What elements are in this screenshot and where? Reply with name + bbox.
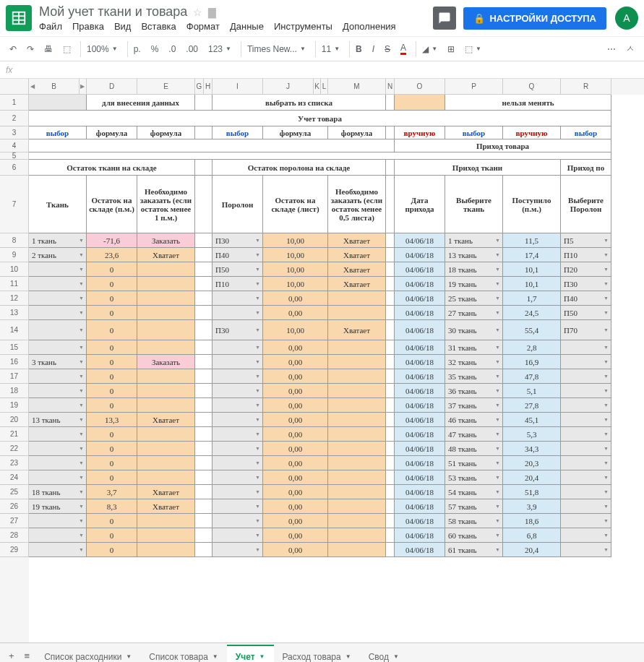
cell-j-7[interactable]: 0,00 <box>263 340 328 355</box>
cell-gap1-20[interactable] <box>195 528 212 543</box>
cell-p-1[interactable]: 13 ткань <box>445 248 503 262</box>
cell-i-2[interactable]: П50 <box>212 262 263 277</box>
cell-m-16[interactable] <box>328 470 386 485</box>
cell-j-9[interactable]: 0,00 <box>263 369 328 384</box>
share-button[interactable]: 🔒НАСТРОЙКИ ДОСТУПА <box>463 7 606 30</box>
italic-button[interactable]: I <box>369 41 378 57</box>
cell-p-7[interactable]: 31 ткань <box>445 340 503 355</box>
cell-gap2-15[interactable] <box>386 456 395 470</box>
col-header-H[interactable]: H <box>204 79 212 95</box>
cell-d-15[interactable]: 0 <box>87 456 137 470</box>
cell-d-4[interactable]: 0 <box>87 291 137 306</box>
cell-i-4[interactable] <box>212 291 263 306</box>
cell-e-7[interactable] <box>137 340 195 355</box>
more-toolbar-button[interactable]: ⋯ <box>604 41 619 57</box>
cell-j-5[interactable]: 0,00 <box>263 306 328 320</box>
col-header-R[interactable]: R <box>561 79 611 95</box>
cell-r4-blank[interactable] <box>29 139 395 152</box>
cell-b-12[interactable]: 13 ткань <box>29 413 87 427</box>
cell-j-2[interactable]: 10,00 <box>263 262 328 277</box>
cell-o-14[interactable]: 04/06/18 <box>395 442 445 456</box>
row-header-16[interactable]: 16 <box>0 355 29 369</box>
cell-i-12[interactable] <box>212 413 263 427</box>
cell-q-11[interactable]: 27,8 <box>503 398 561 413</box>
cell-p-5[interactable]: 27 ткань <box>445 306 503 320</box>
cell-p-6[interactable]: 30 ткань <box>445 320 503 340</box>
format-123-button[interactable]: 123▼ <box>205 41 235 57</box>
cell-p-0[interactable]: 1 ткань <box>445 233 503 248</box>
cell-e-11[interactable] <box>137 398 195 413</box>
row-header-22[interactable]: 22 <box>0 442 29 456</box>
cell-r6-gap1[interactable] <box>195 160 212 176</box>
cell-gap1-17[interactable] <box>195 485 212 499</box>
sheet-tab-1[interactable]: Список товара▼ <box>140 645 226 663</box>
cell-r-10[interactable] <box>561 384 611 398</box>
row-header-12[interactable]: 12 <box>0 291 29 306</box>
cell-r-8[interactable] <box>561 355 611 369</box>
cell-i-21[interactable] <box>212 543 263 557</box>
cell-e-17[interactable]: Хватает <box>137 485 195 499</box>
cell-e-1[interactable]: Хватает <box>137 248 195 262</box>
cell-d-16[interactable]: 0 <box>87 470 137 485</box>
col-header-B[interactable]: B◀ <box>29 79 80 95</box>
cell-e-6[interactable] <box>137 320 195 340</box>
menu-7[interactable]: Дополнения <box>343 21 396 32</box>
row-header-21[interactable]: 21 <box>0 427 29 442</box>
cell-q-21[interactable]: 20,4 <box>503 543 561 557</box>
col-header-L[interactable]: L <box>321 79 328 95</box>
cell-o-5[interactable]: 04/06/18 <box>395 306 445 320</box>
cell-m-4[interactable] <box>328 291 386 306</box>
print-button[interactable]: 🖶 <box>40 41 56 57</box>
cell-legend-orange[interactable] <box>395 95 445 111</box>
cell-gap1-12[interactable] <box>195 413 212 427</box>
cell-p-20[interactable]: 60 ткань <box>445 528 503 543</box>
cell-r-5[interactable]: П50 <box>561 306 611 320</box>
cell-gap2-0[interactable] <box>386 233 395 248</box>
cell-o-8[interactable]: 04/06/18 <box>395 355 445 369</box>
cell-i-15[interactable] <box>212 456 263 470</box>
cell-d-13[interactable]: 0 <box>87 427 137 442</box>
cell-b-11[interactable] <box>29 398 87 413</box>
cell-p-19[interactable]: 58 ткань <box>445 514 503 528</box>
sheet-tab-3[interactable]: Расход товара▼ <box>274 645 360 663</box>
cell-d-1[interactable]: 23,6 <box>87 248 137 262</box>
cell-d-14[interactable]: 0 <box>87 442 137 456</box>
cell-gap1-10[interactable] <box>195 384 212 398</box>
cell-gap1-16[interactable] <box>195 470 212 485</box>
cell-m-5[interactable] <box>328 306 386 320</box>
cell-r-16[interactable] <box>561 470 611 485</box>
cell-q-8[interactable]: 16,9 <box>503 355 561 369</box>
cell-j-18[interactable]: 0,00 <box>263 499 328 514</box>
cell-b-7[interactable] <box>29 340 87 355</box>
cell-gap1-4[interactable] <box>195 291 212 306</box>
cell-d-6[interactable]: 0 <box>87 320 137 340</box>
cell-b-13[interactable] <box>29 427 87 442</box>
cell-r-13[interactable] <box>561 427 611 442</box>
cell-e-13[interactable] <box>137 427 195 442</box>
cell-m-18[interactable] <box>328 499 386 514</box>
cell-gap2-5[interactable] <box>386 306 395 320</box>
row-header-2[interactable]: 2 <box>0 111 29 126</box>
row-header-19[interactable]: 19 <box>0 398 29 413</box>
comments-button[interactable] <box>433 7 456 30</box>
cell-q-7[interactable]: 2,8 <box>503 340 561 355</box>
cell-o-19[interactable]: 04/06/18 <box>395 514 445 528</box>
cell-e-9[interactable] <box>137 369 195 384</box>
cell-m-6[interactable]: Хватает <box>328 320 386 340</box>
cell-gap1-1[interactable] <box>195 248 212 262</box>
cell-o-16[interactable]: 04/06/18 <box>395 470 445 485</box>
cell-q-3[interactable]: 10,1 <box>503 277 561 291</box>
cell-b-20[interactable] <box>29 528 87 543</box>
cell-q-13[interactable]: 5,3 <box>503 427 561 442</box>
cell-i-19[interactable] <box>212 514 263 528</box>
cell-q-15[interactable]: 20,3 <box>503 456 561 470</box>
borders-button[interactable]: ⊞ <box>444 41 458 57</box>
row-header-6[interactable]: 6 <box>0 160 29 176</box>
cell-d-20[interactable]: 0 <box>87 528 137 543</box>
cell-b-15[interactable] <box>29 456 87 470</box>
cell-e-2[interactable] <box>137 262 195 277</box>
cell-e-19[interactable] <box>137 514 195 528</box>
row-header-25[interactable]: 25 <box>0 485 29 499</box>
cell-i-5[interactable] <box>212 306 263 320</box>
cell-e-0[interactable]: Заказать <box>137 233 195 248</box>
